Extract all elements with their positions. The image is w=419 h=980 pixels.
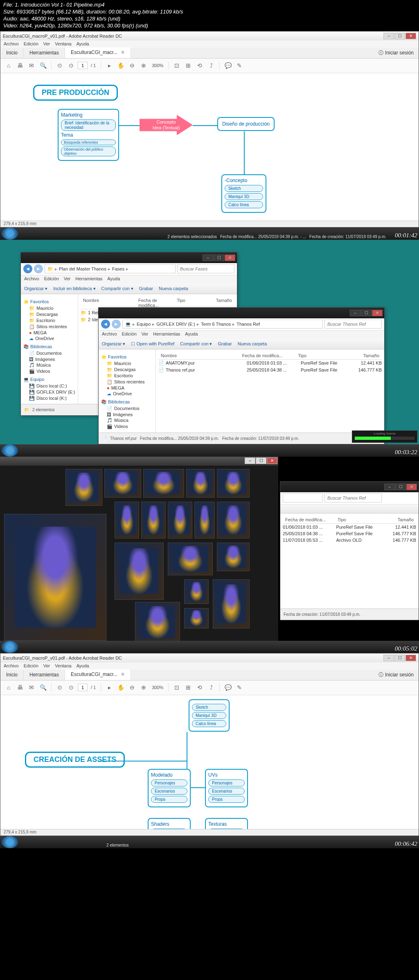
maximize-button[interactable]: ☐ bbox=[395, 484, 406, 490]
tool-nueva[interactable]: Nueva carpeta bbox=[238, 341, 267, 346]
ref-image[interactable] bbox=[115, 543, 164, 600]
explorer-titlebar[interactable]: –☐✕ bbox=[99, 308, 384, 318]
maximize-button[interactable]: ☐ bbox=[214, 255, 224, 261]
ref-image[interactable] bbox=[104, 469, 141, 498]
tool-grabar[interactable]: Grabar bbox=[218, 341, 232, 346]
page-down-icon[interactable]: ⊙ bbox=[66, 61, 76, 70]
crumb[interactable]: Fases bbox=[112, 266, 124, 271]
maximize-button[interactable]: ☐ bbox=[394, 33, 405, 39]
menu-ayuda[interactable]: Ayuda bbox=[77, 41, 89, 47]
menu-item[interactable]: Ayuda bbox=[185, 331, 198, 338]
tool-open-pureref[interactable]: ☐ Open with PureRef bbox=[131, 341, 174, 347]
zoom-out-icon[interactable]: ⊖ bbox=[127, 683, 137, 692]
side-favoritos[interactable]: ⭐ Favoritos bbox=[101, 354, 153, 360]
sign-icon[interactable]: ✎ bbox=[234, 61, 244, 70]
breadcrumb[interactable]: 💻▸ Equipo▸ GOFLEX DRIV (E:)▸ Term 6 Than… bbox=[122, 320, 323, 329]
start-button[interactable] bbox=[2, 641, 18, 653]
share-icon[interactable]: ⤴ bbox=[206, 683, 216, 692]
side-item[interactable]: ●MEGA bbox=[23, 330, 75, 336]
ref-image[interactable] bbox=[184, 608, 209, 629]
fit-width-icon[interactable]: ⊞ bbox=[183, 683, 193, 692]
tool-organizar[interactable]: Organizar ▾ bbox=[24, 286, 47, 291]
page-input[interactable] bbox=[78, 62, 88, 69]
ref-image[interactable] bbox=[217, 543, 250, 571]
col-size[interactable]: Tamaño bbox=[380, 517, 416, 522]
tab-document[interactable]: EsculturaCGI_macr...✕ bbox=[65, 669, 131, 680]
breadcrumb[interactable]: 📁 ▸Plan del Master Thanos ▸Fases ▸ bbox=[45, 264, 176, 273]
side-favoritos[interactable]: ⭐ Favoritos bbox=[23, 299, 75, 304]
tool-compartir[interactable]: Compartir con ▾ bbox=[180, 341, 212, 347]
menu-item[interactable]: Edición bbox=[44, 276, 59, 283]
tab-herramientas[interactable]: Herramientas bbox=[24, 670, 65, 680]
titlebar[interactable]: EsculturaCGI_macroP_v01.pdf - Adobe Acro… bbox=[0, 653, 419, 662]
share-icon[interactable]: ⤴ bbox=[206, 61, 216, 70]
zoom-in-icon[interactable]: ⊕ bbox=[139, 61, 149, 70]
page-down-icon[interactable]: ⊙ bbox=[66, 683, 76, 692]
side-item[interactable]: 💾Disco local (K:) bbox=[23, 395, 75, 401]
side-item[interactable]: 📁Descargas bbox=[23, 311, 75, 318]
side-item[interactable]: 📄Documentos bbox=[23, 350, 75, 356]
zoom-in-icon[interactable]: ⊕ bbox=[139, 683, 149, 692]
tool-grabar[interactable]: Grabar bbox=[139, 286, 153, 291]
titlebar[interactable]: EsculturaCGI_macroP_v01.pdf - Adobe Acro… bbox=[0, 32, 419, 41]
breadcrumb[interactable] bbox=[283, 493, 323, 502]
taskbar[interactable] bbox=[0, 444, 419, 457]
ref-image[interactable] bbox=[65, 469, 102, 506]
home-icon[interactable]: ⌂ bbox=[4, 61, 14, 70]
side-item[interactable]: 📋Sitios recientes bbox=[23, 324, 75, 330]
menu-item[interactable]: Ver bbox=[142, 331, 149, 338]
col-type[interactable]: Tipo bbox=[335, 517, 380, 522]
maximize-button[interactable]: ☐ bbox=[361, 310, 372, 316]
print-icon[interactable]: 🖶 bbox=[15, 683, 25, 692]
search-input[interactable] bbox=[324, 320, 382, 329]
file-row[interactable]: 25/05/2018 04:38 ...PureRef Save File146… bbox=[283, 530, 416, 537]
minimize-button[interactable]: – bbox=[383, 33, 394, 39]
signin-link[interactable]: ⓘIniciar sesión bbox=[374, 50, 419, 56]
ref-image[interactable] bbox=[184, 579, 209, 604]
menu-item[interactable]: Ventana bbox=[55, 663, 71, 669]
pureref-window[interactable]: –☐✕ bbox=[0, 457, 278, 645]
side-item[interactable]: ☁OneDrive bbox=[101, 391, 153, 397]
side-item[interactable]: 🎵Música bbox=[101, 417, 153, 424]
file-row[interactable]: 11/07/2018 05:53 ...Archivo OLD146.777 K… bbox=[283, 537, 416, 543]
crumb[interactable]: Plan del Master Thanos bbox=[59, 266, 106, 271]
file-row[interactable]: 📄ANATOMY.pur01/06/2018 01:03 ...PureRef … bbox=[158, 360, 382, 367]
side-item[interactable]: 📁Escritorio bbox=[23, 318, 75, 324]
side-item[interactable]: 📄Documentos bbox=[101, 406, 153, 412]
col-size[interactable]: Tamaño bbox=[343, 353, 382, 358]
ref-image[interactable] bbox=[115, 502, 139, 538]
col-date[interactable]: Fecha de modifica... bbox=[283, 517, 335, 522]
side-item[interactable]: 💾Disco local (C:) bbox=[23, 383, 75, 389]
side-equipo[interactable]: 💻 Equipo bbox=[23, 377, 75, 382]
explorer-titlebar[interactable]: –☐✕ bbox=[21, 252, 237, 263]
menu-item[interactable]: Ayuda bbox=[77, 663, 89, 669]
side-item[interactable]: ☁OneDrive bbox=[23, 336, 75, 342]
maximize-button[interactable]: ☐ bbox=[256, 457, 266, 464]
menu-item[interactable]: Edición bbox=[24, 663, 38, 669]
side-item[interactable]: 📁Mauricio bbox=[101, 360, 153, 367]
page-up-icon[interactable]: ⊙ bbox=[55, 683, 65, 692]
side-item[interactable]: 🖼Imágenes bbox=[23, 356, 75, 362]
signin-link[interactable]: ⓘIniciar sesión bbox=[374, 671, 419, 678]
close-button[interactable]: ✕ bbox=[405, 33, 416, 39]
ref-image[interactable] bbox=[217, 502, 250, 538]
taskbar[interactable]: 2 elementos bbox=[0, 836, 419, 848]
tab-herramientas[interactable]: Herramientas bbox=[24, 48, 65, 58]
start-button[interactable] bbox=[2, 444, 18, 457]
menu-item[interactable]: Herramientas bbox=[75, 276, 102, 283]
pureref-titlebar[interactable]: –☐✕ bbox=[0, 457, 278, 466]
col-name[interactable]: Nombre bbox=[81, 298, 136, 308]
home-icon[interactable]: ⌂ bbox=[4, 683, 14, 692]
ref-image[interactable] bbox=[194, 502, 215, 538]
tool-organizar[interactable]: Organizar ▾ bbox=[102, 341, 125, 347]
menu-item[interactable]: Archivo bbox=[24, 276, 39, 283]
file-row[interactable]: 01/06/2018 01:03 ...PureRef Save File12.… bbox=[283, 524, 416, 530]
menu-item[interactable]: Archivo bbox=[102, 331, 117, 338]
tool-nueva[interactable]: Nueva carpeta bbox=[159, 286, 188, 291]
col-date[interactable]: Fecha de modifica... bbox=[136, 298, 174, 308]
ref-image[interactable] bbox=[135, 602, 180, 643]
mail-icon[interactable]: ✉ bbox=[27, 61, 36, 70]
minimize-button[interactable]: – bbox=[384, 484, 395, 490]
zoom-out-icon[interactable]: ⊖ bbox=[127, 61, 137, 70]
side-item[interactable]: 📁Descargas bbox=[101, 367, 153, 373]
